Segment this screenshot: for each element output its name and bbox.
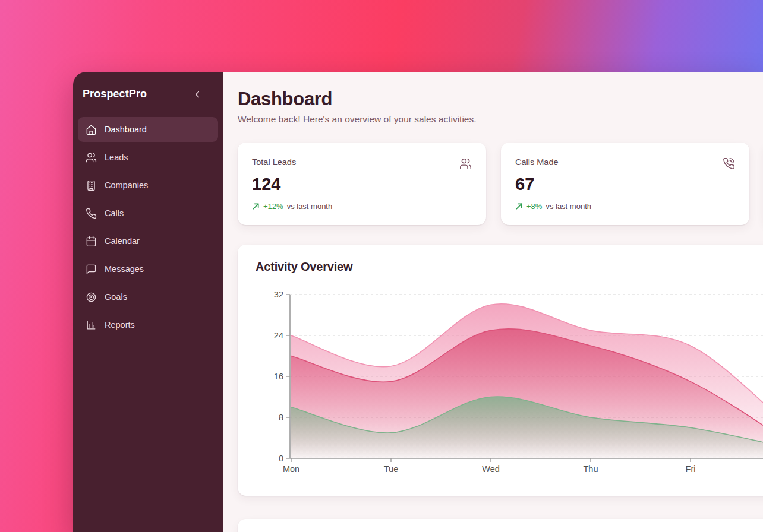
gradient-background: ProspectPro DashboardLeadsCompaniesCalls… bbox=[0, 0, 763, 532]
nav-item-label: Messages bbox=[105, 264, 144, 274]
svg-text:32: 32 bbox=[274, 290, 283, 299]
activity-chart: 08162432MonTueWedThuFriSat bbox=[256, 278, 763, 483]
stat-card-calls-made: Calls Made 67 +8% vs last month bbox=[501, 142, 749, 225]
bar-chart-icon bbox=[86, 319, 97, 331]
svg-text:Fri: Fri bbox=[686, 464, 696, 474]
phone-call-icon bbox=[723, 157, 735, 170]
svg-text:Thu: Thu bbox=[584, 464, 598, 474]
sidebar-item-goals[interactable]: Goals bbox=[78, 284, 218, 309]
stat-value: 124 bbox=[252, 175, 472, 194]
stat-card-total-leads: Total Leads 124 +12% vs last month bbox=[238, 142, 486, 225]
sidebar-item-dashboard[interactable]: Dashboard bbox=[78, 117, 218, 142]
sidebar: ProspectPro DashboardLeadsCompaniesCalls… bbox=[73, 72, 223, 532]
app-window: ProspectPro DashboardLeadsCompaniesCalls… bbox=[73, 72, 763, 532]
building-icon bbox=[86, 180, 97, 191]
trend-suffix: vs last month bbox=[287, 202, 333, 211]
sidebar-item-calls[interactable]: Calls bbox=[78, 201, 218, 226]
stat-label: Total Leads bbox=[252, 157, 296, 167]
brand-logo: ProspectPro bbox=[83, 88, 147, 100]
users-icon bbox=[459, 157, 472, 170]
sidebar-item-leads[interactable]: Leads bbox=[78, 145, 218, 170]
nav-item-label: Calendar bbox=[105, 236, 140, 246]
nav-item-label: Calls bbox=[105, 208, 124, 218]
message-icon bbox=[86, 264, 97, 275]
phone-icon bbox=[86, 208, 97, 219]
chart-title: Activity Overview bbox=[256, 260, 763, 274]
svg-text:24: 24 bbox=[274, 331, 283, 340]
main-content: Dashboard Welcome back! Here's an overvi… bbox=[223, 72, 763, 532]
trend-suffix: vs last month bbox=[546, 202, 591, 211]
stat-card-header: Calls Made bbox=[515, 157, 735, 170]
chevron-left-icon[interactable] bbox=[192, 89, 203, 100]
nav-item-label: Leads bbox=[105, 153, 128, 162]
trend-percent: +12% bbox=[263, 202, 283, 211]
svg-text:16: 16 bbox=[274, 372, 283, 381]
trend-up-icon bbox=[515, 202, 523, 210]
nav-item-label: Goals bbox=[105, 292, 127, 302]
stats-row: Total Leads 124 +12% vs last month Calls… bbox=[238, 142, 763, 225]
nav-item-label: Companies bbox=[105, 180, 148, 190]
svg-text:0: 0 bbox=[279, 454, 283, 463]
calendar-icon bbox=[86, 236, 97, 247]
home-icon bbox=[86, 124, 97, 135]
activity-chart-svg: 08162432MonTueWedThuFriSat bbox=[256, 278, 763, 480]
svg-text:Mon: Mon bbox=[283, 464, 299, 474]
stat-card-header: Total Leads bbox=[252, 157, 472, 170]
trend-percent: +8% bbox=[526, 202, 542, 211]
sidebar-header: ProspectPro bbox=[73, 72, 223, 115]
sidebar-item-messages[interactable]: Messages bbox=[78, 256, 218, 281]
sidebar-nav: DashboardLeadsCompaniesCallsCalendarMess… bbox=[73, 115, 223, 343]
page-subtitle: Welcome back! Here's an overview of your… bbox=[238, 114, 763, 125]
sidebar-item-reports[interactable]: Reports bbox=[78, 312, 218, 337]
sidebar-item-companies[interactable]: Companies bbox=[78, 173, 218, 198]
trend-up-icon bbox=[252, 202, 260, 210]
stat-value: 67 bbox=[515, 175, 735, 194]
activity-overview-card: Activity Overview 08162432MonTueWedThuFr… bbox=[238, 245, 763, 496]
page-title: Dashboard bbox=[238, 88, 763, 110]
stat-trend: +8% vs last month bbox=[515, 202, 735, 211]
nav-item-label: Reports bbox=[105, 320, 135, 330]
users-icon bbox=[86, 152, 97, 163]
svg-text:Wed: Wed bbox=[482, 464, 500, 474]
stat-trend: +12% vs last month bbox=[252, 202, 472, 211]
svg-text:Tue: Tue bbox=[384, 464, 398, 474]
svg-text:8: 8 bbox=[279, 413, 283, 422]
stat-label: Calls Made bbox=[515, 157, 559, 167]
sidebar-item-calendar[interactable]: Calendar bbox=[78, 229, 218, 254]
nav-item-label: Dashboard bbox=[105, 125, 147, 134]
partial-bottom-card bbox=[238, 519, 763, 532]
target-icon bbox=[86, 292, 97, 303]
